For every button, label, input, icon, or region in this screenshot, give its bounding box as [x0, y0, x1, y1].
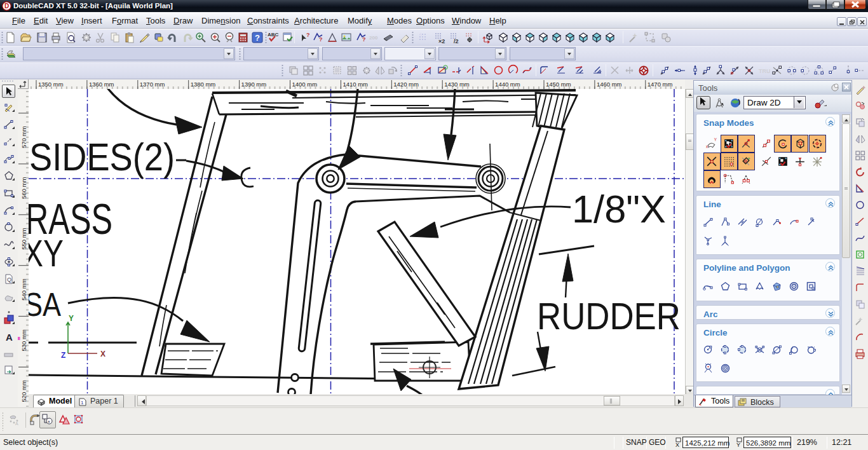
svg-text:?: ? [255, 33, 260, 43]
svg-text:530 mm: 530 mm [20, 329, 27, 351]
svg-text:1420 mm: 1420 mm [393, 81, 419, 88]
svg-text:1400 mm: 1400 mm [292, 81, 318, 88]
svg-text:A: A [15, 421, 18, 426]
svg-text:520 mm: 520 mm [20, 380, 27, 402]
svg-text:D: D [4, 3, 9, 10]
svg-text:SIDES(2): SIDES(2) [29, 135, 175, 179]
svg-text:A: A [6, 332, 13, 343]
svg-text:1450 mm: 1450 mm [546, 81, 571, 88]
svg-text:X: X [675, 442, 679, 447]
svg-text:XY: XY [29, 232, 64, 275]
svg-text:1470 mm: 1470 mm [648, 81, 673, 88]
svg-text:1370 mm: 1370 mm [140, 81, 165, 88]
svg-text:570 mm: 570 mm [20, 126, 27, 148]
svg-text:Z: Z [61, 351, 65, 360]
svg-text:TRU: TRU [759, 68, 770, 74]
svg-text:Y: Y [736, 442, 740, 447]
svg-text:1460 mm: 1460 mm [597, 81, 622, 88]
svg-text:?: ? [319, 36, 323, 43]
svg-text:540 mm: 540 mm [20, 278, 27, 300]
svg-text:SA: SA [29, 286, 61, 323]
svg-text:RUDDER: RUDDER [537, 295, 681, 338]
svg-text:1: 1 [81, 400, 84, 406]
svg-text:X: X [100, 350, 105, 358]
svg-text:560 mm: 560 mm [20, 177, 27, 198]
svg-text:×2: ×2 [438, 38, 445, 44]
svg-text:1390 mm: 1390 mm [241, 81, 267, 88]
svg-text:1350 mm: 1350 mm [38, 81, 64, 88]
svg-text:1410 mm: 1410 mm [342, 81, 368, 88]
svg-text:200: 200 [369, 35, 378, 41]
svg-text:Y: Y [69, 314, 74, 323]
svg-text:1440 mm: 1440 mm [495, 81, 520, 88]
svg-text:ABC: ABC [268, 32, 279, 38]
svg-text:1360 mm: 1360 mm [89, 81, 114, 88]
svg-text:1380 mm: 1380 mm [191, 81, 216, 88]
svg-text:?: ? [306, 32, 310, 38]
svg-text:550 mm: 550 mm [20, 228, 27, 249]
svg-text:Y: Y [714, 137, 717, 142]
svg-text:1/8"X: 1/8"X [572, 187, 666, 231]
svg-text:Q: Q [7, 276, 11, 283]
svg-text:1430 mm: 1430 mm [444, 81, 470, 88]
svg-text:/2: /2 [454, 38, 459, 44]
svg-text:?: ? [362, 36, 366, 43]
